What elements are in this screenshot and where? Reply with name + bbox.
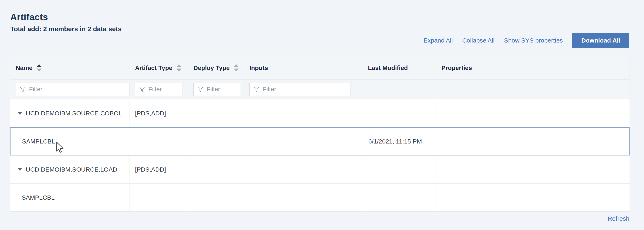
column-header-last-modified: Last Modified — [362, 56, 436, 79]
page-header: Artifacts Total add: 2 members in 2 data… — [10, 12, 122, 33]
column-header-deploy-type[interactable]: Deploy Type — [188, 56, 244, 79]
properties-cell — [436, 128, 629, 155]
name-cell: UCD.DEMOIBM.SOURCE.COBOL — [10, 99, 130, 127]
artifact-type-cell: [PDS,ADD] — [130, 155, 188, 183]
column-header-label: Last Modified — [368, 64, 408, 71]
table-row-dataset-load[interactable]: UCD.DEMOIBM.SOURCE.LOAD [PDS,ADD] — [10, 155, 630, 183]
member-name: SAMPLCBL — [22, 194, 55, 201]
deploy-type-cell — [188, 128, 244, 155]
member-name: SAMPLCBL — [22, 138, 55, 145]
filter-funnel-icon — [20, 86, 26, 93]
properties-cell — [436, 99, 630, 127]
inputs-cell — [244, 183, 362, 211]
collapse-caret-icon[interactable] — [18, 112, 22, 115]
name-filter-input[interactable] — [29, 86, 126, 93]
properties-cell — [436, 183, 630, 211]
dataset-name: UCD.DEMOIBM.SOURCE.LOAD — [26, 166, 117, 173]
artifact-type-cell — [130, 183, 188, 211]
deploy-type-cell — [188, 155, 244, 183]
collapse-caret-icon[interactable] — [18, 168, 22, 171]
action-bar: Expand All Collapse All Show SYS propert… — [424, 33, 629, 48]
deploy-type-cell — [188, 183, 244, 211]
column-header-label: Properties — [441, 64, 472, 71]
last-modified-cell — [362, 183, 436, 211]
refresh-link[interactable]: Refresh — [608, 215, 629, 222]
table-filter-row — [10, 80, 630, 99]
artifact-type-filter[interactable] — [135, 83, 182, 96]
dataset-name: UCD.DEMOIBM.SOURCE.COBOL — [26, 110, 122, 117]
table-header-row: Name Artifact Type Deploy Type Inputs La… — [10, 56, 630, 80]
column-header-name[interactable]: Name — [10, 56, 130, 79]
inputs-cell — [244, 155, 362, 183]
show-sys-properties-link[interactable]: Show SYS properties — [504, 37, 563, 44]
download-all-button[interactable]: Download All — [572, 33, 629, 48]
inputs-filter-input[interactable] — [263, 86, 346, 93]
artifact-type-cell: [PDS,ADD] — [130, 99, 188, 127]
filter-cell-inputs — [244, 83, 362, 96]
filter-cell-name — [10, 83, 130, 96]
sort-arrows-icon[interactable] — [37, 64, 42, 71]
inputs-filter[interactable] — [250, 83, 350, 96]
filter-cell-artifact-type — [130, 83, 188, 96]
filter-cell-deploy-type — [188, 83, 244, 96]
inputs-cell — [244, 128, 363, 155]
filter-funnel-icon — [139, 86, 145, 93]
table-row-member-samplcbl[interactable]: SAMPLCBL 6/1/2021, 11:15 PM — [10, 127, 630, 155]
column-header-properties: Properties — [436, 56, 630, 79]
page-subtitle: Total add: 2 members in 2 data sets — [10, 25, 122, 33]
artifact-type-filter-input[interactable] — [148, 86, 178, 93]
column-header-label: Artifact Type — [135, 64, 172, 71]
column-header-inputs: Inputs — [244, 56, 362, 79]
name-cell: UCD.DEMOIBM.SOURCE.LOAD — [10, 155, 130, 183]
page-title: Artifacts — [10, 12, 122, 22]
deploy-type-cell — [188, 99, 244, 127]
table-row-dataset-cobol[interactable]: UCD.DEMOIBM.SOURCE.COBOL [PDS,ADD] — [10, 99, 630, 127]
name-cell: SAMPLCBL — [10, 128, 130, 155]
last-modified-cell — [362, 99, 436, 127]
filter-funnel-icon — [197, 86, 204, 93]
filter-funnel-icon — [253, 86, 260, 93]
last-modified-cell — [362, 155, 436, 183]
column-header-label: Deploy Type — [193, 64, 230, 71]
sort-arrows-icon[interactable] — [176, 64, 182, 71]
column-header-label: Inputs — [250, 64, 268, 71]
column-header-artifact-type[interactable]: Artifact Type — [130, 56, 188, 79]
inputs-cell — [244, 99, 362, 127]
sort-arrows-icon[interactable] — [234, 64, 239, 71]
name-cell: SAMPLCBL — [10, 183, 130, 211]
collapse-all-link[interactable]: Collapse All — [462, 37, 494, 44]
artifact-type-cell — [130, 128, 188, 155]
last-modified-cell: 6/1/2021, 11:15 PM — [363, 128, 436, 155]
table-row-member-samplcbl-2[interactable]: SAMPLCBL — [10, 183, 630, 212]
name-filter[interactable] — [16, 83, 130, 96]
artifacts-table: Name Artifact Type Deploy Type Inputs La… — [10, 56, 630, 212]
deploy-type-filter[interactable] — [193, 83, 241, 96]
expand-all-link[interactable]: Expand All — [424, 37, 453, 44]
deploy-type-filter-input[interactable] — [207, 86, 237, 93]
column-header-label: Name — [16, 64, 32, 71]
properties-cell — [436, 155, 630, 183]
